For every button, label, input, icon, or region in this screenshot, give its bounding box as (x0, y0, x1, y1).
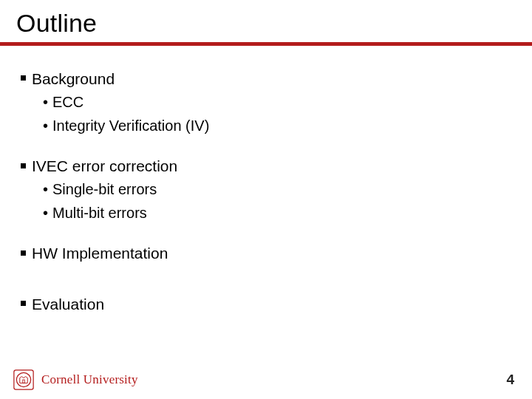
dot-bullet-icon: • (43, 182, 48, 197)
outline-label: Background (32, 70, 115, 87)
outline-sublabel: ECC (52, 94, 83, 110)
square-bullet-icon (21, 75, 26, 81)
outline-item-ivec: IVEC error correction (21, 157, 511, 177)
svg-rect-2 (23, 380, 24, 383)
square-bullet-icon (21, 301, 26, 306)
outline-label: IVEC error correction (32, 157, 177, 174)
footer-brand: Cornell University (13, 369, 138, 390)
square-bullet-icon (21, 250, 26, 256)
dot-bullet-icon: • (43, 118, 48, 133)
cornell-seal-icon (13, 369, 34, 390)
outline-item-evaluation: Evaluation (21, 295, 511, 315)
outline-subitem: •Single-bit errors (43, 180, 511, 200)
dot-bullet-icon: • (43, 95, 48, 109)
outline-sublabel: Single-bit errors (52, 181, 157, 197)
slide-footer: Cornell University 4 (13, 369, 516, 390)
slide-body: Background •ECC •Integrity Verification … (0, 46, 532, 315)
institution-name: Cornell University (41, 372, 138, 387)
slide: Outline Background •ECC •Integrity Verif… (0, 0, 532, 399)
outline-label: Evaluation (32, 296, 104, 313)
dot-bullet-icon: • (43, 205, 48, 220)
slide-title: Outline (0, 0, 532, 41)
outline-item-background: Background (21, 69, 511, 89)
outline-label: HW Implementation (32, 245, 168, 262)
square-bullet-icon (21, 163, 26, 168)
outline-sublabel: Integrity Verification (IV) (52, 117, 209, 134)
outline-subitem: •Integrity Verification (IV) (43, 117, 511, 136)
outline-sublabel: Multi-bit errors (52, 205, 147, 221)
outline-subitem: •ECC (43, 93, 511, 112)
outline-item-hw: HW Implementation (21, 244, 511, 264)
page-number: 4 (506, 372, 516, 388)
outline-subitem: •Multi-bit errors (43, 204, 511, 223)
